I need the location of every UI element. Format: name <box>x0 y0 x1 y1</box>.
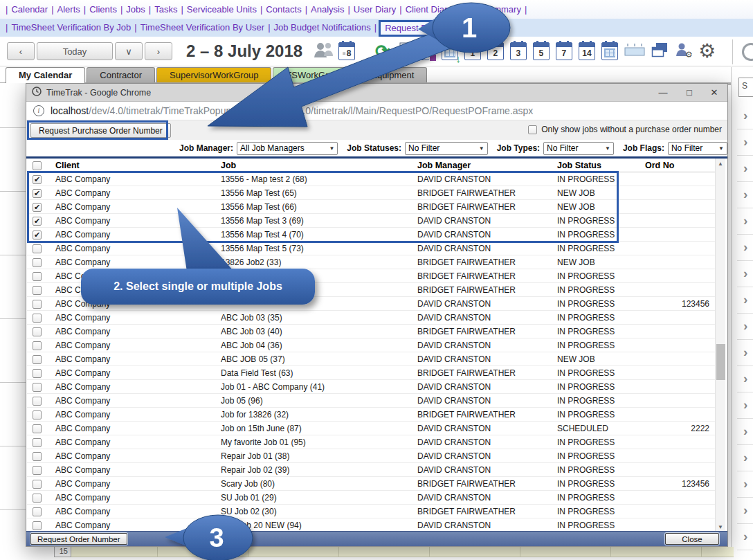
page-info-icon[interactable]: i <box>33 105 44 116</box>
settings-gear-icon[interactable]: ⚙ <box>698 42 716 61</box>
expand-row-icon[interactable]: › <box>737 129 753 156</box>
nav-link-user-diary[interactable]: User Diary <box>354 4 396 15</box>
today-button[interactable]: Today <box>37 42 113 60</box>
nav-link-contacts[interactable]: Contacts <box>266 4 301 15</box>
request-po-no-menu-item[interactable]: Request PO No. | <box>379 20 462 37</box>
expand-row-icon[interactable]: › <box>737 498 753 524</box>
expand-row-icon[interactable]: › <box>737 392 753 419</box>
nav-link-calendar[interactable]: Calendar <box>11 4 48 15</box>
table-row[interactable]: ABC CompanyScary Job (80)BRIDGET FAIRWEA… <box>27 477 715 491</box>
nav-link-user-summary[interactable]: User Summary <box>461 4 521 15</box>
row-checkbox[interactable] <box>33 258 42 267</box>
tab-equipment[interactable]: Equipment <box>358 67 427 83</box>
calendar-1-day-view-icon[interactable]: 1 <box>464 42 481 60</box>
expand-row-icon[interactable]: › <box>737 419 753 445</box>
table-row[interactable]: ABC CompanyRepair Job 02 (39)DAVID CRANS… <box>27 463 715 477</box>
column-header-job-status[interactable]: Job Status <box>552 161 640 170</box>
nav-link-client-diary[interactable]: Client Diary <box>406 4 452 15</box>
table-row[interactable]: ABC CompanyJob for 13826 (32)BRIDGET FAI… <box>27 408 715 422</box>
refresh-icon[interactable]: ⟳ <box>375 42 390 60</box>
tab-fsworkgroup[interactable]: FSWorkGroup <box>273 67 356 83</box>
table-row[interactable]: ABC CompanyRepair Job 01 (38)DAVID CRANS… <box>27 449 715 463</box>
table-row[interactable]: ABC Company13826 Job2 (33)BRIDGET FAIRWE… <box>27 255 715 269</box>
request-order-number-button[interactable]: Request Order Number <box>30 533 127 545</box>
table-row[interactable]: ABC CompanyABC Job 04 (36)DAVID CRANSTON… <box>27 338 715 352</box>
table-row[interactable]: ABC CompanyJob 01 - ABC Company (41)DAVI… <box>27 380 715 394</box>
row-checkbox[interactable] <box>33 286 42 295</box>
expand-row-icon[interactable]: › <box>737 445 753 471</box>
row-checkbox[interactable]: ✔ <box>33 217 42 226</box>
row-checkbox[interactable] <box>33 369 42 378</box>
request-purchase-order-number-button[interactable]: Request Purchase Order Number <box>30 123 171 138</box>
nav-link-alerts[interactable]: Alerts <box>57 4 80 15</box>
table-scrollbar[interactable]: ▲ ▼ <box>715 159 725 532</box>
table-row[interactable]: ABC CompanyData Field Test (63)BRIDGET F… <box>27 366 715 380</box>
row-checkbox[interactable] <box>33 397 42 406</box>
row-checkbox[interactable] <box>33 355 42 364</box>
save-calendar-icon[interactable] <box>419 42 435 60</box>
row-checkbox[interactable] <box>33 480 42 489</box>
table-row[interactable]: ABC CompanySub Job 20 NEW (94)DAVID CRAN… <box>27 518 715 532</box>
select-all-checkbox[interactable] <box>33 161 42 170</box>
expand-row-icon[interactable]: › <box>737 261 753 287</box>
row-checkbox[interactable] <box>33 300 42 309</box>
column-header-ord-no[interactable]: Ord No <box>640 161 712 170</box>
expand-row-icon[interactable]: › <box>737 524 753 550</box>
row-checkbox[interactable] <box>33 466 42 475</box>
expand-row-icon[interactable]: › <box>737 182 753 208</box>
filter-select-job-flags[interactable]: No Filter▼ <box>668 142 727 155</box>
row-checkbox[interactable] <box>33 438 42 447</box>
nav-link-jobs[interactable]: Jobs <box>126 4 145 15</box>
expand-row-icon[interactable]: › <box>737 208 753 235</box>
row-checkbox[interactable] <box>33 314 42 323</box>
only-show-checkbox[interactable] <box>528 125 537 134</box>
row-checkbox[interactable] <box>33 272 42 281</box>
month-view-icon[interactable] <box>601 42 618 60</box>
expand-row-icon[interactable]: › <box>737 340 753 366</box>
timeline-view-icon[interactable] <box>624 42 645 60</box>
table-row[interactable]: ABC CompanyABC Job 03 (35)DAVID CRANSTON… <box>27 311 715 325</box>
close-window-button[interactable]: ✕ <box>702 84 726 101</box>
users-icon[interactable] <box>312 41 334 62</box>
maximize-button[interactable]: □ <box>678 84 701 101</box>
column-header-client[interactable]: Client <box>51 161 216 170</box>
table-row[interactable]: ABC Company13556 Map Test 5 (73)DAVID CR… <box>27 242 715 255</box>
filter-select-job-types[interactable]: No Filter▼ <box>543 142 614 155</box>
row-checkbox[interactable] <box>33 424 42 433</box>
export-calendar-icon[interactable]: ↓ <box>442 42 458 60</box>
filter-select-job-statuses[interactable]: No Filter▼ <box>405 142 488 155</box>
nav-link-serviceable-units[interactable]: Serviceable Units <box>187 4 257 15</box>
expand-row-icon[interactable]: › <box>737 314 753 340</box>
close-button[interactable]: Close <box>665 533 719 545</box>
row-checkbox[interactable]: ✔ <box>33 203 42 212</box>
expand-row-icon[interactable]: › <box>737 103 753 129</box>
table-row[interactable]: ABC CompanySU Job 02 (30)BRIDGET FAIRWEA… <box>27 505 715 518</box>
row-checkbox[interactable] <box>33 410 42 419</box>
popup-title-bar[interactable]: TimeTrak - Google Chrome — □ ✕ <box>26 84 727 102</box>
expand-row-icon[interactable]: › <box>737 366 753 392</box>
filter-select-job-manager[interactable]: All Job Managers▼ <box>237 142 338 155</box>
row-checkbox[interactable] <box>33 494 42 503</box>
expand-row-icon[interactable]: › <box>737 471 753 498</box>
tab-supervisorworkgroup[interactable]: SupervisorWorkGroup <box>156 67 271 83</box>
nav-link-job-budget-notifications[interactable]: Job Budget Notifications <box>274 22 371 33</box>
table-row[interactable]: ABC CompanyMy favorite Job 01 (95)DAVID … <box>27 435 715 449</box>
expand-row-icon[interactable]: › <box>737 156 753 182</box>
table-row[interactable]: ABC CompanyJob 05 (96)DAVID CRANSTONIN P… <box>27 394 715 408</box>
row-checkbox[interactable] <box>33 327 42 336</box>
table-row[interactable]: ✔ABC Company13556 Map Test (65)BRIDGET F… <box>27 186 715 200</box>
row-checkbox[interactable] <box>33 383 42 392</box>
row-checkbox[interactable] <box>33 452 42 461</box>
nav-link-tasks[interactable]: Tasks <box>154 4 177 15</box>
row-checkbox[interactable] <box>33 521 42 530</box>
column-header-job[interactable]: Job <box>216 161 412 170</box>
minimize-button[interactable]: — <box>651 84 675 101</box>
row-checkbox[interactable] <box>33 341 42 350</box>
print-icon[interactable] <box>397 42 412 61</box>
tab-my-calendar[interactable]: My Calendar <box>6 67 85 83</box>
previous-week-button[interactable]: ‹ <box>7 42 35 60</box>
table-row[interactable]: ABC CompanyABC JOB 05 (37)DAVID CRANSTON… <box>27 352 715 366</box>
table-row[interactable]: ABC CompanyABC Job 03 (40)BRIDGET FAIRWE… <box>27 325 715 338</box>
table-row[interactable]: ✔ABC Company13556 Map Test 3 (69)DAVID C… <box>27 214 715 228</box>
calendar-2-day-view-icon[interactable]: 2 <box>487 42 504 60</box>
